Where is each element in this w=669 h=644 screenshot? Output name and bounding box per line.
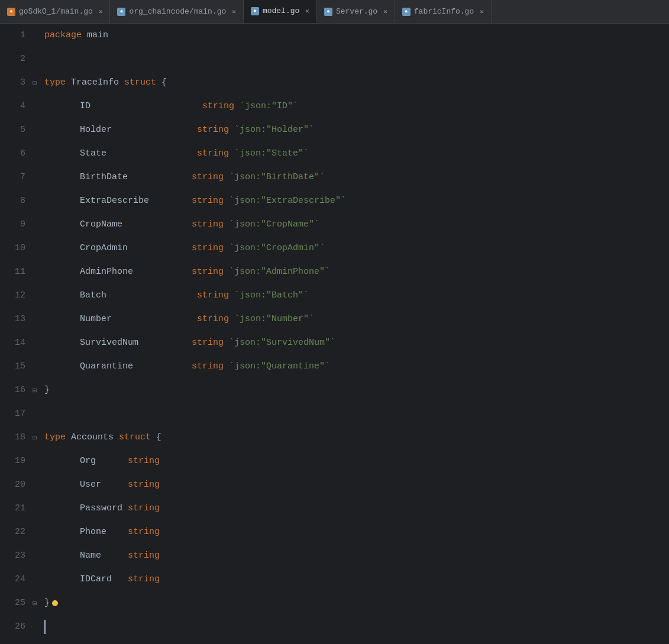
code-line-15: Quarantine string `json:"Quarantine"` (44, 355, 669, 378)
type-string-21: string (128, 497, 160, 520)
tab-bar: ● goSdkO_1/main.go ✕ ● org_chaincode/mai… (0, 0, 669, 24)
type-string-9: string (192, 213, 224, 237)
tab-close-model[interactable]: ✕ (305, 7, 309, 15)
tab-close-orgchaincode[interactable]: ✕ (232, 8, 236, 15)
field-cropname: CropName (80, 213, 122, 237)
field-cropadmin: CropAdmin (80, 237, 128, 260)
warning-bullet (52, 600, 58, 606)
code-line-17 (44, 402, 669, 426)
type-string-19: string (128, 449, 160, 473)
type-string-5: string (197, 118, 229, 142)
code-line-12: Batch string `json:"Batch"` (44, 284, 669, 308)
line-numbers: 1 2 3 4 5 6 7 8 9 10 11 12 13 14 15 16 1… (0, 24, 33, 644)
keyword-struct-2: struct (119, 426, 151, 449)
keyword-struct-1: struct (124, 71, 156, 95)
code-line-9: CropName string `json:"CropName"` (44, 213, 669, 237)
code-line-3: type TraceInfo struct { (44, 71, 669, 95)
tab-close-fabricinfo[interactable]: ✕ (480, 8, 484, 15)
close-brace-1: } (44, 378, 50, 402)
tab-icon-server: ● (324, 8, 332, 16)
type-string-23: string (128, 544, 160, 568)
tab-server[interactable]: ● Server.go ✕ (317, 0, 395, 23)
field-id: ID (80, 95, 91, 118)
keyword-package: package (44, 24, 82, 47)
cursor (44, 620, 46, 634)
code-content[interactable]: package main type TraceInfo struct { ID … (44, 24, 669, 644)
type-string-12: string (197, 284, 229, 308)
close-brace-2: } (44, 591, 50, 615)
code-line-22: Phone string (44, 520, 669, 544)
tab-fabricinfo[interactable]: ● fabricInfo.go ✕ (395, 0, 492, 23)
code-line-6: State string `json:"State"` (44, 142, 669, 166)
code-line-19: Org string (44, 449, 669, 473)
field-extradescribe: ExtraDescribe (80, 189, 149, 213)
type-string-11: string (192, 260, 224, 284)
tag-holder: `json:"Holder"` (234, 118, 314, 142)
tag-survivednum: `json:"SurvivedNum"` (229, 331, 335, 355)
tab-orgchaincode[interactable]: ● org_chaincode/main.go ✕ (110, 0, 243, 23)
field-adminphone: AdminPhone (80, 260, 133, 284)
code-line-26 (44, 615, 669, 639)
keyword-type-2: type (44, 426, 66, 449)
tab-label-orgchaincode: org_chaincode/main.go (129, 7, 226, 16)
struct-name-accounts: Accounts (71, 426, 114, 449)
field-user: User (80, 473, 101, 497)
code-line-1: package main (44, 24, 669, 47)
field-org: Org (80, 449, 96, 473)
tab-icon-gosdk: ● (7, 8, 15, 16)
tag-quarantine: `json:"Quarantine"` (229, 355, 330, 378)
code-line-10: CropAdmin string `json:"CropAdmin"` (44, 237, 669, 260)
field-holder: Holder (80, 118, 112, 142)
type-string-15: string (192, 355, 224, 378)
type-string-14: string (192, 331, 224, 355)
tab-label-fabricinfo: fabricInfo.go (414, 7, 474, 16)
field-phone: Phone (80, 520, 106, 544)
code-line-11: AdminPhone string `json:"AdminPhone"` (44, 260, 669, 284)
tag-number: `json:"Number"` (234, 308, 314, 331)
tag-id: `json:"ID"` (240, 95, 298, 118)
editor-area: 1 2 3 4 5 6 7 8 9 10 11 12 13 14 15 16 1… (0, 24, 669, 644)
code-line-14: SurvivedNum string `json:"SurvivedNum"` (44, 331, 669, 355)
tab-icon-fabricinfo: ● (402, 8, 411, 16)
tag-batch: `json:"Batch"` (234, 284, 309, 308)
tag-state: `json:"State"` (234, 142, 309, 166)
field-password: Password (80, 497, 122, 520)
field-quarantine: Quarantine (80, 355, 133, 378)
tag-cropname: `json:"CropName"` (229, 213, 319, 237)
type-string-22: string (128, 520, 160, 544)
type-string-7: string (192, 166, 224, 189)
tag-cropadmin: `json:"CropAdmin"` (229, 237, 325, 260)
field-state: State (80, 142, 106, 166)
open-brace-2: { (156, 426, 161, 449)
tab-label-model: model.go (263, 7, 299, 15)
type-string-4: string (202, 95, 234, 118)
tab-label-gosdk: goSdkO_1/main.go (19, 7, 93, 16)
identifier-main: main (87, 24, 108, 47)
code-line-24: IDCard string (44, 568, 669, 591)
tab-icon-orgchaincode: ● (117, 8, 125, 16)
code-line-25: } (44, 591, 669, 615)
tag-adminphone: `json:"AdminPhone"` (229, 260, 330, 284)
type-string-10: string (192, 237, 224, 260)
tab-close-gosdk[interactable]: ✕ (99, 8, 103, 15)
type-string-8: string (192, 189, 224, 213)
code-line-8: ExtraDescribe string `json:"ExtraDescrib… (44, 189, 669, 213)
tab-model[interactable]: ● model.go ✕ (244, 0, 317, 23)
code-line-2 (44, 47, 669, 71)
tab-gosdk[interactable]: ● goSdkO_1/main.go ✕ (0, 0, 110, 23)
tab-icon-model: ● (251, 7, 259, 15)
field-batch: Batch (80, 284, 106, 308)
gutter: ⊟ ⊟ ⊟ ⊟ (33, 24, 44, 644)
keyword-type-1: type (44, 71, 66, 95)
editor-window: ● goSdkO_1/main.go ✕ ● org_chaincode/mai… (0, 0, 669, 644)
tab-close-server[interactable]: ✕ (383, 8, 387, 15)
code-line-7: BirthDate string `json:"BirthDate"` (44, 166, 669, 189)
code-line-5: Holder string `json:"Holder"` (44, 118, 669, 142)
code-line-18: type Accounts struct { (44, 426, 669, 449)
code-line-16: } (44, 378, 669, 402)
code-line-21: Password string (44, 497, 669, 520)
code-line-20: User string (44, 473, 669, 497)
tab-label-server: Server.go (336, 7, 377, 16)
code-line-4: ID string `json:"ID"` (44, 95, 669, 118)
field-survivednum: SurvivedNum (80, 331, 138, 355)
